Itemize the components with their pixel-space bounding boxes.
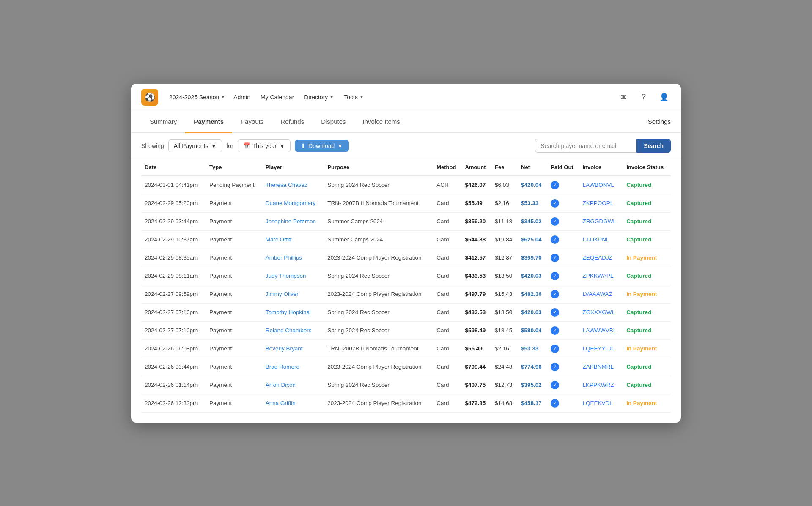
profile-button[interactable]: 👤 [657,90,671,104]
invoice-link[interactable]: LQEEKVDL [582,400,612,406]
tab-invoice-items[interactable]: Invoice Items [354,111,409,133]
player-link[interactable]: Marc Ortiz [266,236,292,243]
cell-invoice[interactable]: ZKPPOOPL [579,194,623,212]
cell-invoice[interactable]: ZAPBNMRL [579,358,623,376]
player-link[interactable]: Amber Phillips [266,254,302,261]
nav-admin-label: Admin [233,94,250,101]
invoice-link[interactable]: ZAPBNMRL [582,364,614,370]
download-arrow-icon: ▼ [337,142,343,149]
invoice-link[interactable]: LAWWWVBL [582,327,616,334]
player-link[interactable]: Judy Thompson [266,273,306,279]
cell-amount: $644.88 [462,230,492,249]
cell-player[interactable]: Arron Dixon [262,376,324,394]
invoice-link[interactable]: LQEEYYLJL [582,345,614,352]
cell-date: 2024-02-26 01:14pm [141,376,206,394]
cell-player[interactable]: Judy Thompson [262,267,324,285]
cell-player[interactable]: Beverly Bryant [262,339,324,358]
player-link[interactable]: Tomothy Hopkins| [266,309,311,315]
cell-player[interactable]: Tomothy Hopkins| [262,303,324,321]
invoice-link[interactable]: ZEQEADJZ [582,254,612,261]
invoice-link[interactable]: LKPPKWRZ [582,382,614,388]
cell-paid-out: ✓ [547,176,579,194]
nav-admin[interactable]: Admin [229,91,255,103]
nav-calendar[interactable]: My Calendar [256,91,298,103]
cell-date: 2024-02-27 09:59pm [141,285,206,303]
search-input[interactable] [535,139,636,153]
cell-invoice[interactable]: ZGXXXGWL [579,303,623,321]
cell-player[interactable]: Anna Griffin [262,394,324,412]
invoice-link[interactable]: LJJJKPNL [582,236,609,243]
player-link[interactable]: Roland Chambers [266,327,312,334]
cell-date: 2024-02-29 10:37am [141,230,206,249]
cell-invoice[interactable]: ZRGGDGWL [579,212,623,230]
table-row: 2024-02-29 10:37am Payment Marc Ortiz Su… [141,230,671,249]
date-range-label: This year [252,142,277,149]
nav-tools[interactable]: Tools ▼ [340,91,368,103]
cell-invoice[interactable]: LKPPKWRZ [579,376,623,394]
cell-date: 2024-02-29 08:35am [141,249,206,267]
player-link[interactable]: Josephine Peterson [266,218,316,224]
cell-invoice-status: Captured [623,303,671,321]
cell-invoice[interactable]: LVAAAWAZ [579,285,623,303]
invoice-link[interactable]: LVAAAWAZ [582,291,612,297]
cell-date: 2024-02-29 08:11am [141,267,206,285]
player-link[interactable]: Arron Dixon [266,382,296,388]
player-link[interactable]: Beverly Bryant [266,345,303,352]
tab-disputes[interactable]: Disputes [313,111,354,133]
cell-player[interactable]: Brad Romero [262,358,324,376]
player-link[interactable]: Jimmy Oliver [266,291,299,297]
cell-amount: $472.85 [462,394,492,412]
tab-refunds[interactable]: Refunds [272,111,313,133]
player-link[interactable]: Brad Romero [266,364,299,370]
cell-type: Pending Payment [206,176,262,194]
player-link[interactable]: Duane Montgomery [266,200,316,206]
cell-player[interactable]: Duane Montgomery [262,194,324,212]
col-invoice-status: Invoice Status [623,159,671,176]
invoice-link[interactable]: LAWBONVL [582,182,614,188]
cell-invoice[interactable]: LQEEYYLJL [579,339,623,358]
invoice-link[interactable]: ZRGGDGWL [582,218,616,224]
payment-type-select[interactable]: All Payments ▼ [168,139,222,152]
cell-purpose: TRN- 2007B II Nomads Tournament [324,339,433,358]
player-link[interactable]: Anna Griffin [266,400,296,406]
cell-purpose: 2023-2024 Comp Player Registration [324,285,433,303]
cell-player[interactable]: Theresa Chavez [262,176,324,194]
cell-invoice[interactable]: LAWWWVBL [579,321,623,339]
cell-invoice[interactable]: LAWBONVL [579,176,623,194]
tab-payments[interactable]: Payments [185,111,232,133]
cell-player[interactable]: Marc Ortiz [262,230,324,249]
cell-invoice[interactable]: LQEEKVDL [579,394,623,412]
invoice-link[interactable]: ZGXXXGWL [582,309,615,315]
col-type: Type [206,159,262,176]
cell-player[interactable]: Amber Phillips [262,249,324,267]
mail-button[interactable]: ✉ [617,90,630,104]
cell-purpose: Spring 2024 Rec Soccer [324,267,433,285]
paid-out-check-icon: ✓ [551,254,559,262]
cell-player[interactable]: Josephine Peterson [262,212,324,230]
cell-invoice[interactable]: ZPKKWAPL [579,267,623,285]
cell-invoice-status: Captured [623,321,671,339]
cell-purpose: 2023-2024 Comp Player Registration [324,394,433,412]
date-range-select[interactable]: 📅 This year ▼ [238,139,291,152]
tab-settings[interactable]: Settings [648,111,671,132]
tab-payouts[interactable]: Payouts [232,111,272,133]
player-link[interactable]: Theresa Chavez [266,182,307,188]
cell-invoice-status: In Payment [623,285,671,303]
cell-player[interactable]: Roland Chambers [262,321,324,339]
nav-directory[interactable]: Directory ▼ [300,91,338,103]
cell-paid-out: ✓ [547,194,579,212]
cell-invoice[interactable]: ZEQEADJZ [579,249,623,267]
cell-invoice[interactable]: LJJJKPNL [579,230,623,249]
paid-out-check-icon: ✓ [551,326,559,335]
download-button[interactable]: ⬇ Download ▼ [295,140,349,152]
tab-summary[interactable]: Summary [141,111,185,133]
cell-net: $482.36 [518,285,547,303]
help-button[interactable]: ? [637,90,650,104]
season-selector[interactable]: 2024-2025 Season ▼ [165,91,229,103]
invoice-link[interactable]: ZKPPOOPL [582,200,613,206]
app-logo[interactable]: ⚽ [141,89,158,106]
table-row: 2024-02-26 12:32pm Payment Anna Griffin … [141,394,671,412]
invoice-link[interactable]: ZPKKWAPL [582,273,613,279]
cell-player[interactable]: Jimmy Oliver [262,285,324,303]
search-button[interactable]: Search [636,139,671,153]
